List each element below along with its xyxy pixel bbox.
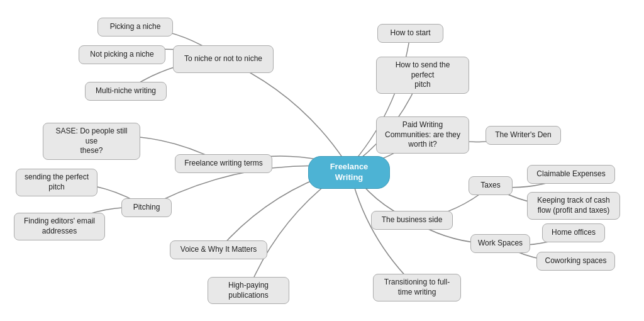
- node-business_side[interactable]: The business side: [371, 211, 453, 230]
- node-finding_editors[interactable]: Finding editors' email addresses: [14, 213, 105, 240]
- node-writers_den[interactable]: The Writer's Den: [486, 126, 561, 145]
- node-freelance_terms[interactable]: Freelance writing terms: [175, 154, 272, 173]
- node-how_to_send[interactable]: How to send the perfect pitch: [376, 57, 469, 94]
- node-pitching[interactable]: Pitching: [121, 198, 172, 217]
- node-transitioning[interactable]: Transitioning to full- time writing: [373, 274, 461, 301]
- node-home_offices[interactable]: Home offices: [542, 223, 605, 242]
- node-to_niche[interactable]: To niche or not to niche: [173, 45, 274, 73]
- node-taxes[interactable]: Taxes: [469, 176, 513, 195]
- node-coworking[interactable]: Coworking spaces: [536, 252, 615, 271]
- node-work_spaces[interactable]: Work Spaces: [470, 234, 530, 253]
- mindmap-container: Freelance WritingPicking a nicheNot pick…: [0, 0, 644, 321]
- node-paid_writing[interactable]: Paid Writing Communities: are they worth…: [376, 116, 469, 154]
- node-picking_a_niche[interactable]: Picking a niche: [97, 18, 173, 37]
- node-keeping_track[interactable]: Keeping track of cash flow (profit and t…: [527, 192, 620, 220]
- node-claimable[interactable]: Claimable Expenses: [527, 165, 615, 184]
- node-not_picking_a_niche[interactable]: Not picking a niche: [79, 45, 165, 64]
- node-sending_pitch[interactable]: sending the perfect pitch: [16, 169, 97, 196]
- node-sase[interactable]: SASE: Do people still use these?: [43, 123, 140, 160]
- node-how_to_start[interactable]: How to start: [377, 24, 443, 43]
- node-voice[interactable]: Voice & Why It Matters: [170, 240, 267, 259]
- node-high_paying[interactable]: High-paying publications: [208, 277, 289, 304]
- node-multi_niche[interactable]: Multi-niche writing: [85, 82, 167, 101]
- node-center[interactable]: Freelance Writing: [308, 156, 390, 189]
